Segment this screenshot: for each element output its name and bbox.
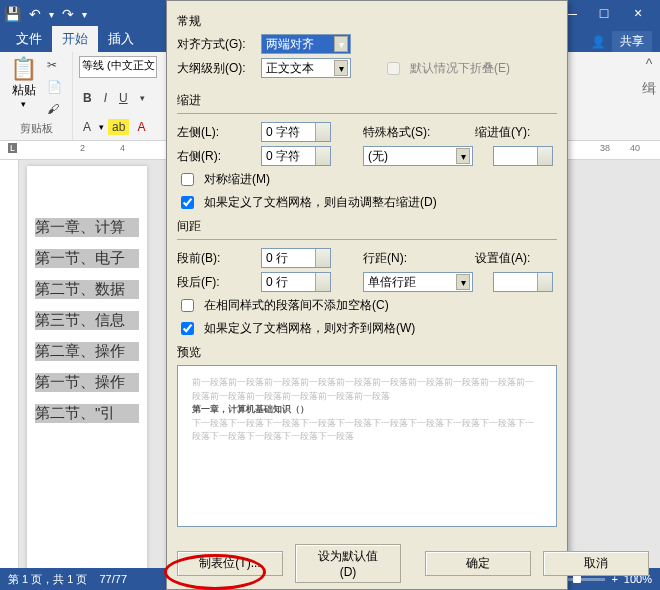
ok-button[interactable]: 确定 <box>425 551 531 576</box>
paste-icon: 📋 <box>10 56 37 82</box>
doc-line[interactable]: 第一节、电子 <box>35 249 139 268</box>
section-preview-label: 预览 <box>177 344 557 361</box>
italic-button[interactable]: I <box>100 89 111 107</box>
font-color-button[interactable]: A <box>133 118 149 136</box>
collapse-label: 默认情况下折叠(E) <box>410 60 510 77</box>
ribbon-collapse-icon[interactable]: ^ <box>646 56 653 72</box>
page-indicator[interactable]: 第 1 页，共 1 页 <box>8 572 87 587</box>
indent-by-label: 缩进值(Y): <box>475 124 545 141</box>
no-space-same-style-checkbox[interactable] <box>181 299 194 312</box>
indent-right-spinner[interactable]: 0 字符 <box>261 146 331 166</box>
space-after-spinner[interactable]: 0 行 <box>261 272 331 292</box>
indent-left-spinner[interactable]: 0 字符 <box>261 122 331 142</box>
spacing-at-label: 设置值(A): <box>475 250 545 267</box>
font-effects-dropdown[interactable]: ▾ <box>99 122 104 132</box>
space-before-spinner[interactable]: 0 行 <box>261 248 331 268</box>
cut-button[interactable]: ✂ <box>43 56 66 74</box>
paste-label: 粘贴 <box>12 82 36 99</box>
collapse-checkbox <box>387 62 400 75</box>
set-default-button[interactable]: 设为默认值(D) <box>295 544 401 583</box>
close-icon[interactable]: × <box>626 5 650 23</box>
indent-right-label: 右侧(R): <box>177 148 255 165</box>
ribbon-group-clipboard: 📋 粘贴 ▾ ✂ 📄 🖌 剪贴板 <box>0 52 73 140</box>
doc-line[interactable]: 第一章、计算 <box>35 218 139 237</box>
format-painter-button[interactable]: 🖌 <box>43 100 66 118</box>
document-page[interactable]: 第一章、计算 第一节、电子 第二节、数据 第三节、信息 第二章、操作 第一节、操… <box>27 166 147 576</box>
paste-dropdown-icon[interactable]: ▾ <box>21 99 26 109</box>
alignment-combo[interactable]: 两端对齐 <box>261 34 351 54</box>
mirror-indent-label: 对称缩进(M) <box>204 171 270 188</box>
indent-left-label: 左侧(L): <box>177 124 255 141</box>
doc-line[interactable]: 第二节、"引 <box>35 404 139 423</box>
cancel-button[interactable]: 取消 <box>543 551 649 576</box>
undo-dropdown-icon[interactable]: ▾ <box>49 9 54 20</box>
maximize-icon[interactable]: □ <box>592 5 616 23</box>
preview-filler-after: 下一段落下一段落下一段落下一段落下一段落下一段落下一段落下一段落下一段落下一段落… <box>192 417 542 444</box>
preview-sample-text: 第一章，计算机基础知识（） <box>192 403 542 417</box>
snap-to-grid-checkbox[interactable] <box>181 322 194 335</box>
ruler-tab-selector[interactable]: L <box>8 143 17 153</box>
auto-right-indent-label: 如果定义了文档网格，则自动调整右缩进(D) <box>204 194 437 211</box>
auto-right-indent-checkbox[interactable] <box>181 196 194 209</box>
bold-button[interactable]: B <box>79 89 96 107</box>
ribbon-extra-icon[interactable]: 缉 <box>642 80 656 98</box>
paragraph-dialog: 常规 对齐方式(G): 两端对齐 大纲级别(O): 正文文本 默认情况下折叠(E… <box>166 0 568 590</box>
copy-button[interactable]: 📄 <box>43 78 66 96</box>
doc-line[interactable]: 第一节、操作 <box>35 373 139 392</box>
share-button[interactable]: 共享 <box>612 31 652 52</box>
doc-line[interactable]: 第二节、数据 <box>35 280 139 299</box>
account-icon[interactable]: 👤 <box>591 35 606 49</box>
section-spacing-label: 间距 <box>177 218 557 235</box>
vertical-ruler[interactable] <box>0 160 19 570</box>
undo-icon[interactable]: ↶ <box>29 6 41 22</box>
quick-access-toolbar: 💾 ↶ ▾ ↷ ▾ <box>4 6 87 22</box>
special-indent-combo[interactable]: (无) <box>363 146 473 166</box>
space-before-label: 段前(B): <box>177 250 255 267</box>
outline-level-combo[interactable]: 正文文本 <box>261 58 351 78</box>
section-indent-label: 缩进 <box>177 92 557 109</box>
tab-file[interactable]: 文件 <box>6 26 52 52</box>
redo-icon[interactable]: ↷ <box>62 6 74 22</box>
underline-button[interactable]: U <box>115 89 132 107</box>
highlight-button[interactable]: ab <box>108 119 129 135</box>
save-icon[interactable]: 💾 <box>4 6 21 22</box>
tabs-button[interactable]: 制表位(T)... <box>177 551 283 576</box>
line-spacing-label: 行距(N): <box>363 250 433 267</box>
outline-level-label: 大纲级别(O): <box>177 60 255 77</box>
doc-line[interactable]: 第三节、信息 <box>35 311 139 330</box>
spacing-at-spinner[interactable] <box>493 272 553 292</box>
space-after-label: 段后(F): <box>177 274 255 291</box>
line-spacing-combo[interactable]: 单倍行距 <box>363 272 473 292</box>
paste-button[interactable]: 📋 粘贴 ▾ <box>6 54 41 118</box>
tab-home[interactable]: 开始 <box>52 26 98 52</box>
snap-to-grid-label: 如果定义了文档网格，则对齐到网格(W) <box>204 320 415 337</box>
font-effects-button[interactable]: A <box>79 118 95 136</box>
no-space-same-style-label: 在相同样式的段落间不添加空格(C) <box>204 297 389 314</box>
indent-by-spinner[interactable] <box>493 146 553 166</box>
alignment-label: 对齐方式(G): <box>177 36 255 53</box>
ribbon-group-font: 等线 (中文正文 B I U ▾ A ▾ ab A <box>73 52 172 140</box>
font-more-icon[interactable]: ▾ <box>136 91 149 105</box>
preview-filler-before: 前一段落前一段落前一段落前一段落前一段落前一段落前一段落前一段落前一段落前一段落… <box>192 376 542 403</box>
qat-more-icon[interactable]: ▾ <box>82 9 87 20</box>
tab-insert[interactable]: 插入 <box>98 26 144 52</box>
word-count[interactable]: 77/77 <box>99 573 127 585</box>
special-indent-label: 特殊格式(S): <box>363 124 433 141</box>
doc-line[interactable]: 第二章、操作 <box>35 342 139 361</box>
font-name-combo[interactable]: 等线 (中文正文 <box>79 56 157 78</box>
preview-box: 前一段落前一段落前一段落前一段落前一段落前一段落前一段落前一段落前一段落前一段落… <box>177 365 557 527</box>
dialog-button-bar: 制表位(T)... 设为默认值(D) 确定 取消 <box>167 544 567 583</box>
clipboard-group-label: 剪贴板 <box>6 121 66 138</box>
mirror-indent-checkbox[interactable] <box>181 173 194 186</box>
section-general-label: 常规 <box>177 13 557 30</box>
